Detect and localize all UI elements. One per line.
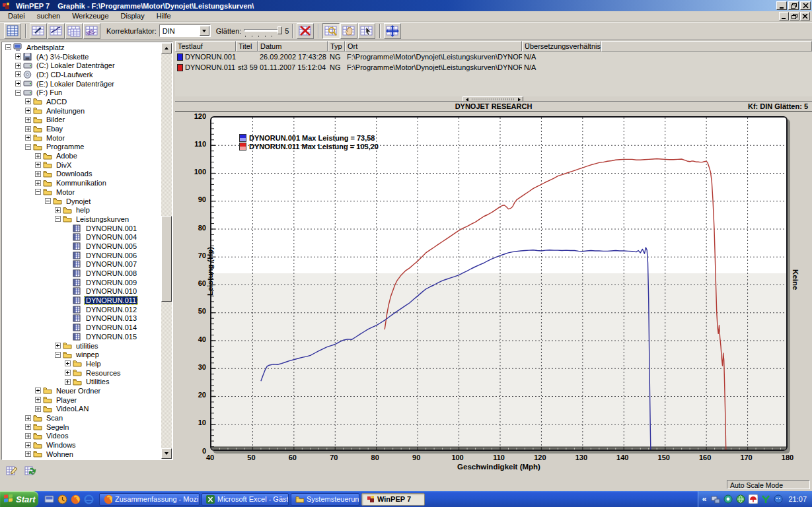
- plus-expander-icon[interactable]: [35, 153, 41, 159]
- menu-item-hilfe[interactable]: Hilfe: [151, 11, 176, 21]
- plus-expander-icon[interactable]: [25, 433, 31, 439]
- tree-item-label[interactable]: (E:) Lokaler Datenträger: [35, 80, 116, 88]
- show-desktop-icon[interactable]: [44, 494, 54, 504]
- tree-item[interactable]: DYNORUN.011: [3, 296, 161, 305]
- run-row[interactable]: DYNORUN.011st3 5901.11.2007 15:12:04NGF:…: [175, 62, 812, 73]
- tree-item[interactable]: DYNORUN.012: [3, 305, 161, 314]
- tree-item-label[interactable]: Dynojet: [65, 197, 92, 205]
- graph-new-button[interactable]: [30, 23, 47, 39]
- tree-item[interactable]: (A:) 3½-Diskette: [3, 52, 161, 61]
- refresh-graph-icon[interactable]: [22, 463, 38, 479]
- tree-item-label[interactable]: Kommunikation: [55, 179, 108, 187]
- tree-item-label[interactable]: VideoLAN: [55, 405, 90, 413]
- tree-item-label[interactable]: ADCD: [45, 98, 68, 106]
- tree-item-label[interactable]: DYNORUN.006: [85, 252, 138, 259]
- move-axes-button[interactable]: [384, 23, 401, 39]
- plus-expander-icon[interactable]: [25, 126, 31, 132]
- tree-item[interactable]: Player: [3, 395, 161, 405]
- tree-item-label[interactable]: Anleitungen: [45, 107, 86, 115]
- minus-expander-icon[interactable]: [35, 189, 41, 195]
- pan-graph-button[interactable]: [340, 23, 357, 39]
- plus-expander-icon[interactable]: [25, 415, 31, 421]
- minus-expander-icon[interactable]: [55, 216, 61, 222]
- tree-item-label[interactable]: Segeln: [45, 423, 70, 431]
- tree-item[interactable]: Dynojet: [3, 197, 161, 206]
- plus-expander-icon[interactable]: [35, 388, 41, 393]
- plot-area[interactable]: [210, 116, 788, 451]
- tree-item[interactable]: Motor: [3, 187, 161, 197]
- clock-app-icon[interactable]: [57, 494, 67, 504]
- plus-expander-icon[interactable]: [55, 207, 61, 213]
- minimize-button[interactable]: [776, 1, 787, 10]
- restore-button[interactable]: [788, 1, 799, 10]
- tree-item[interactable]: DivX: [3, 160, 161, 170]
- tree-item-label[interactable]: Motor: [55, 188, 76, 196]
- tree-item-label[interactable]: winpep: [75, 351, 100, 358]
- tree-item-label[interactable]: DYNORUN.014: [85, 323, 138, 331]
- zoom-graph-button[interactable]: [322, 23, 340, 39]
- tree-item[interactable]: Videos: [3, 432, 161, 441]
- slider-thumb[interactable]: [277, 26, 282, 34]
- glaetten-slider[interactable]: [244, 25, 282, 37]
- column-header-titel[interactable]: Titel: [236, 41, 258, 51]
- menu-item-suchen[interactable]: suchen: [32, 11, 65, 21]
- column-header-datum[interactable]: Datum: [258, 41, 328, 51]
- tree-item[interactable]: Utilities: [3, 377, 161, 386]
- tree-item[interactable]: Adobe: [3, 151, 161, 160]
- graph-line-button[interactable]: [48, 23, 65, 39]
- tree-item-label[interactable]: DYNORUN.005: [85, 242, 138, 250]
- tree-item-label[interactable]: DivX: [55, 161, 73, 169]
- taskbar-button-winpep[interactable]: WinPEP 7: [361, 493, 425, 506]
- tree-item[interactable]: Scan: [3, 413, 161, 422]
- tree-item[interactable]: Leistungskurven: [3, 215, 161, 224]
- tree-item-label[interactable]: (C:) Lokaler Datenträger: [35, 61, 116, 69]
- plus-expander-icon[interactable]: [55, 343, 61, 349]
- column-header-testlauf[interactable]: Testlauf: [175, 41, 236, 51]
- taskbar-button-excel[interactable]: Microsoft Excel - Gäste.xls: [202, 493, 289, 506]
- plus-expander-icon[interactable]: [15, 71, 21, 77]
- tree-item[interactable]: DYNORUN.006: [3, 251, 161, 260]
- scrollbar-thumb[interactable]: [161, 216, 172, 302]
- plus-expander-icon[interactable]: [25, 135, 31, 141]
- netmeeting-icon[interactable]: [760, 494, 770, 504]
- tree-item-label[interactable]: (D:) CD-Laufwerk: [35, 71, 94, 79]
- plus-expander-icon[interactable]: [35, 162, 41, 168]
- tree-item[interactable]: DYNORUN.005: [3, 242, 161, 251]
- plus-expander-icon[interactable]: [25, 98, 31, 104]
- column-header-typ[interactable]: Typ: [328, 41, 345, 51]
- tray-expand-icon[interactable]: «: [702, 494, 707, 504]
- tree-item[interactable]: DYNORUN.015: [3, 332, 161, 341]
- tree-item-label[interactable]: DYNORUN.012: [85, 306, 138, 314]
- tree-item-label[interactable]: Bilder: [45, 116, 66, 123]
- tree-item-label[interactable]: Videos: [45, 432, 69, 440]
- messenger-icon[interactable]: [773, 494, 783, 504]
- tree-item[interactable]: winpep: [3, 350, 161, 359]
- minus-expander-icon[interactable]: [5, 44, 11, 50]
- tree-item[interactable]: Help: [3, 359, 161, 368]
- tree-item-label[interactable]: Adobe: [55, 152, 79, 160]
- plus-expander-icon[interactable]: [35, 171, 41, 177]
- tree-item-label[interactable]: Arbeitsplatz: [25, 44, 65, 51]
- tree-item[interactable]: Downloads: [3, 170, 161, 179]
- plus-expander-icon[interactable]: [25, 424, 31, 430]
- tree-item-label[interactable]: DYNORUN.010: [85, 287, 138, 295]
- tree-item[interactable]: Windows: [3, 440, 161, 450]
- tree-item-label[interactable]: DYNORUN.001: [85, 224, 138, 232]
- tree-item[interactable]: (E:) Lokaler Datenträger: [3, 79, 161, 88]
- tree-item-label[interactable]: Leistungskurven: [75, 215, 130, 223]
- select-graph-button[interactable]: [358, 23, 375, 39]
- run-row[interactable]: DYNORUN.00126.09.2002 17:43:28NGF:\Progr…: [175, 51, 812, 62]
- tree-item-label[interactable]: Player: [55, 396, 78, 404]
- ie-icon[interactable]: [83, 494, 94, 504]
- edit-graph-icon[interactable]: [4, 463, 20, 479]
- plus-expander-icon[interactable]: [25, 451, 31, 457]
- chevron-down-icon[interactable]: [200, 26, 209, 36]
- tree-item-label[interactable]: DYNORUN.008: [85, 269, 138, 277]
- tree-item-label[interactable]: Help: [85, 360, 102, 368]
- tree-item-label[interactable]: Wohnen: [45, 450, 75, 458]
- plus-expander-icon[interactable]: [65, 370, 71, 376]
- scheduler-icon[interactable]: [723, 494, 733, 504]
- column-header-bersetzungsverhltnis[interactable]: Übersetzungsverhältnis: [522, 41, 601, 51]
- plus-expander-icon[interactable]: [25, 117, 31, 123]
- plus-expander-icon[interactable]: [65, 360, 71, 366]
